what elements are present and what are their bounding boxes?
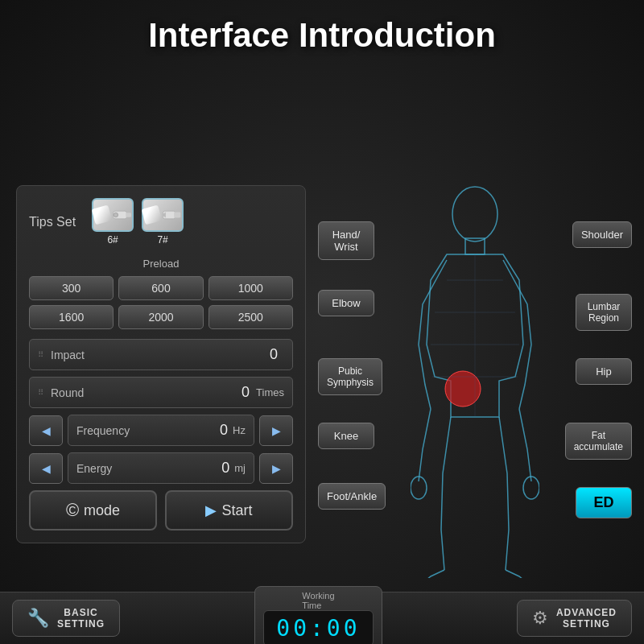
svg-rect-4 xyxy=(174,213,180,218)
hand-wrist-button[interactable]: Hand/ Wrist xyxy=(318,221,374,260)
preload-2500[interactable]: 2500 xyxy=(208,305,293,329)
frequency-row: ◀ Frequency 0 Hz ▶ xyxy=(29,415,293,446)
svg-point-10 xyxy=(445,371,481,407)
tip1-label: 6# xyxy=(107,234,118,246)
tips-set-row: Tips Set 6# 7# xyxy=(29,198,293,246)
impact-row: ⠿ Impact 0 xyxy=(29,339,293,370)
knee-button[interactable]: Knee xyxy=(318,423,374,449)
preload-1000[interactable]: 1000 xyxy=(208,276,293,300)
time-display: 00:00 xyxy=(263,610,373,645)
energy-unit: mj xyxy=(234,462,246,474)
elbow-button[interactable]: Elbow xyxy=(318,290,374,316)
energy-label: Energy xyxy=(76,462,221,475)
tip2-icon xyxy=(142,198,184,232)
ed-button[interactable]: ED xyxy=(576,487,632,518)
basic-setting-label: BASIC SETTING xyxy=(57,607,105,630)
working-time-box: Working Time 00:00 xyxy=(254,586,382,645)
hip-button[interactable]: Hip xyxy=(576,358,632,385)
round-dots-icon: ⠿ xyxy=(38,388,44,397)
pubic-symphysis-button[interactable]: Pubic Symphysis xyxy=(318,358,382,395)
preload-300[interactable]: 300 xyxy=(29,276,114,300)
frequency-unit: Hz xyxy=(233,424,246,436)
human-body-svg xyxy=(411,184,539,578)
round-value: 0 xyxy=(242,384,250,401)
round-label: Round xyxy=(51,386,242,399)
basic-setting-button[interactable]: 🔧 BASIC SETTING xyxy=(12,600,120,637)
svg-rect-1 xyxy=(126,213,131,217)
energy-row: ◀ Energy 0 mj ▶ xyxy=(29,452,293,484)
start-icon: ▶ xyxy=(205,502,217,519)
mode-icon: © xyxy=(66,500,79,521)
lumbar-region-button[interactable]: Lumbar Region xyxy=(576,294,632,331)
impact-value: 0 xyxy=(270,346,278,363)
tip2-button[interactable]: 7# xyxy=(142,198,184,246)
frequency-value: 0 xyxy=(220,422,228,439)
tip1-button[interactable]: 6# xyxy=(92,198,134,246)
bottom-bar: 🔧 BASIC SETTING Working Time 00:00 ⚙ ADV… xyxy=(0,592,644,644)
energy-value: 0 xyxy=(221,460,229,477)
frequency-label: Frequency xyxy=(76,424,220,437)
svg-point-2 xyxy=(114,213,118,217)
shoulder-button[interactable]: Shoulder xyxy=(572,221,632,248)
preload-grid: 300 600 1000 1600 2000 2500 xyxy=(29,276,293,329)
start-label: Start xyxy=(221,502,252,519)
fat-accumulate-button[interactable]: Fat accumulate xyxy=(565,423,632,460)
preload-label: Preload xyxy=(29,258,293,270)
tips-set-label: Tips Set xyxy=(29,215,76,229)
round-unit: Times xyxy=(256,386,284,398)
frequency-box: Frequency 0 Hz xyxy=(68,415,254,446)
svg-point-6 xyxy=(452,187,497,242)
advanced-setting-button[interactable]: ⚙ ADVANCED SETTING xyxy=(517,600,632,637)
frequency-decrease-button[interactable]: ◀ xyxy=(29,415,63,446)
energy-box: Energy 0 mj xyxy=(68,452,254,484)
preload-2000[interactable]: 2000 xyxy=(118,305,203,329)
energy-increase-button[interactable]: ▶ xyxy=(259,453,293,484)
body-diagram-area: Hand/ Wrist Elbow Pubic Symphysis Knee F… xyxy=(314,173,636,588)
left-panel: Tips Set 6# 7# Preload xyxy=(16,185,306,543)
foot-ankle-button[interactable]: Foot/Ankle xyxy=(318,483,386,510)
energy-decrease-button[interactable]: ◀ xyxy=(29,453,63,484)
advanced-gear-icon: ⚙ xyxy=(532,608,548,629)
impact-label: Impact xyxy=(51,349,270,361)
frequency-increase-button[interactable]: ▶ xyxy=(259,415,293,446)
advanced-setting-label: ADVANCED SETTING xyxy=(556,607,617,630)
tip1-icon xyxy=(92,198,134,232)
wrench-icon: 🔧 xyxy=(27,608,49,629)
round-row: ⠿ Round 0 Times xyxy=(29,377,293,408)
action-buttons: © mode ▶ Start xyxy=(29,490,293,530)
impact-dots-icon: ⠿ xyxy=(38,350,44,359)
start-button[interactable]: ▶ Start xyxy=(165,490,293,530)
mode-label: mode xyxy=(84,502,120,519)
preload-1600[interactable]: 1600 xyxy=(29,305,114,329)
mode-button[interactable]: © mode xyxy=(29,490,157,530)
working-time-label: Working Time xyxy=(302,591,334,610)
preload-600[interactable]: 600 xyxy=(118,276,203,300)
page-title: Interface Introduction xyxy=(0,16,644,55)
tip2-label: 7# xyxy=(157,234,167,246)
